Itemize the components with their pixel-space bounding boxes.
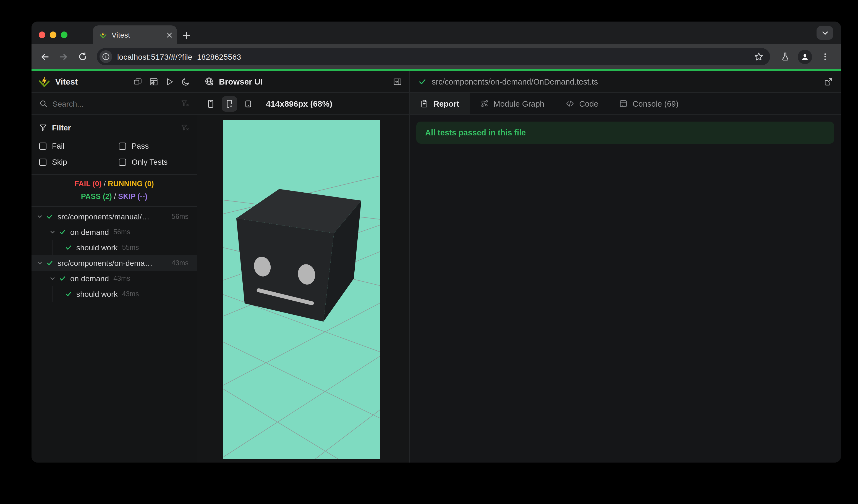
site-info-icon[interactable]	[99, 50, 112, 63]
preview-title: Browser UI	[219, 77, 388, 86]
chevron-down-icon[interactable]	[37, 214, 43, 220]
skip-count: SKIP (--)	[118, 192, 147, 200]
running-count: RUNNING (0)	[108, 180, 154, 188]
skip-checkbox[interactable]	[39, 158, 46, 165]
report-content: All tests passed in this file	[410, 115, 841, 462]
new-tab-button[interactable]	[182, 32, 191, 40]
viewport-size-label: 414x896px (68%)	[266, 99, 332, 108]
test-case-row[interactable]: should work 43ms	[32, 286, 197, 302]
pass-check-icon	[65, 244, 72, 251]
clipboard-icon	[420, 99, 428, 108]
module-graph-icon	[480, 99, 489, 108]
pass-checkbox[interactable]	[119, 142, 126, 149]
report-tabs: Report Module Graph Code	[410, 93, 841, 115]
report-panel: src/components/on-demand/OnDemand.test.t…	[410, 71, 841, 462]
profile-avatar[interactable]	[797, 48, 813, 65]
run-all-icon[interactable]	[165, 77, 174, 86]
summary-line-2: PASS (2) / SKIP (--)	[32, 190, 197, 203]
url-text: localhost:5173/#/?file=1828625563	[117, 52, 749, 61]
minimize-window-button[interactable]	[50, 32, 57, 38]
forward-button[interactable]	[56, 49, 71, 64]
device-phone-add-icon[interactable]	[222, 96, 237, 111]
duration-badge: 43ms	[172, 259, 197, 267]
test-summary: FAIL (0) / RUNNING (0) PASS (2) / SKIP (…	[32, 175, 197, 207]
code-icon	[565, 99, 574, 108]
chevron-down-icon[interactable]	[37, 260, 43, 266]
pass-count: PASS (2)	[81, 192, 112, 200]
experiments-flask-icon[interactable]	[777, 48, 793, 65]
preview-area	[197, 115, 409, 462]
open-external-icon[interactable]	[824, 77, 832, 86]
device-phone-icon[interactable]	[203, 96, 218, 111]
filter-funnel-icon	[39, 124, 47, 131]
browser-tab[interactable]: Vitest	[93, 26, 177, 44]
only-tests-checkbox[interactable]	[119, 158, 126, 165]
test-tree: src/components/manual/… 56ms on demand 5…	[32, 207, 197, 302]
test-file-row[interactable]: src/components/manual/… 56ms	[32, 209, 197, 224]
duration-badge: 56ms	[113, 228, 130, 236]
search-icon	[39, 99, 48, 108]
chevron-down-icon[interactable]	[50, 229, 55, 235]
tab-close-icon[interactable]	[166, 32, 173, 38]
vitest-favicon-icon	[99, 31, 107, 39]
filter-option-fail[interactable]: Fail	[39, 142, 119, 150]
bookmark-star-icon[interactable]	[754, 52, 763, 61]
test-file-row-selected[interactable]: src/components/on-dema… 43ms	[32, 255, 197, 271]
collapse-windows-icon[interactable]	[133, 77, 142, 86]
duration-badge: 43ms	[122, 290, 139, 298]
filter-panel: Filter Fail Pass Skip Only Tests	[32, 115, 197, 175]
dark-mode-moon-icon[interactable]	[181, 77, 190, 86]
fail-count: FAIL (0)	[74, 180, 102, 188]
tab-console[interactable]: Console (69)	[609, 93, 689, 114]
clear-search-filter-icon[interactable]	[181, 99, 189, 108]
globe-icon	[205, 77, 214, 86]
filter-option-skip[interactable]: Skip	[39, 158, 119, 166]
tab-report[interactable]: Report	[410, 93, 470, 114]
browser-window: Vitest localhost:5173/#/?file=1828625563	[32, 21, 841, 462]
dashboard-icon[interactable]	[149, 77, 158, 86]
device-tablet-icon[interactable]	[240, 96, 256, 111]
app-title: Vitest	[55, 77, 128, 86]
test-file-path: src/components/on-demand/OnDemand.test.t…	[432, 77, 818, 86]
tab-search-button[interactable]	[816, 26, 833, 40]
test-case-row[interactable]: should work 55ms	[32, 240, 197, 255]
screenshot-canvas: Vitest localhost:5173/#/?file=1828625563	[0, 0, 858, 504]
tab-strip: Vitest	[32, 21, 841, 44]
clear-status-filter-icon[interactable]	[181, 124, 189, 132]
tab-code[interactable]: Code	[555, 93, 609, 114]
search-input[interactable]: Search...	[52, 99, 176, 108]
duration-badge: 56ms	[172, 213, 197, 221]
summary-line-1: FAIL (0) / RUNNING (0)	[32, 177, 197, 190]
filter-title: Filter	[52, 123, 176, 132]
chevron-down-icon[interactable]	[50, 276, 55, 281]
close-window-button[interactable]	[39, 32, 45, 38]
browser-preview-panel: Browser UI 414x896px (68%)	[197, 71, 410, 462]
pass-check-icon	[46, 213, 53, 220]
all-tests-passed-banner: All tests passed in this file	[416, 121, 834, 144]
traffic-lights	[39, 32, 67, 38]
console-icon	[619, 99, 628, 108]
pass-check-icon	[65, 291, 72, 297]
vitest-logo-icon	[38, 76, 50, 87]
tab-module-graph[interactable]: Module Graph	[470, 93, 555, 114]
test-suite-row[interactable]: on demand 43ms	[32, 271, 197, 286]
zoom-window-button[interactable]	[61, 32, 67, 38]
back-button[interactable]	[37, 49, 52, 64]
file-pass-check-icon	[418, 78, 426, 85]
dock-panel-icon[interactable]	[393, 77, 402, 86]
duration-badge: 55ms	[122, 244, 139, 251]
pass-check-icon	[59, 275, 66, 282]
pass-check-icon	[59, 229, 66, 235]
browser-menu-icon[interactable]	[816, 48, 833, 65]
filter-option-only-tests[interactable]: Only Tests	[119, 158, 197, 166]
reload-button[interactable]	[75, 49, 90, 64]
duration-badge: 43ms	[113, 275, 130, 282]
sidebar: Vitest	[32, 71, 197, 462]
filter-option-pass[interactable]: Pass	[119, 142, 197, 150]
tab-title: Vitest	[112, 31, 162, 39]
address-bar[interactable]: localhost:5173/#/?file=1828625563	[97, 48, 770, 65]
test-suite-row[interactable]: on demand 56ms	[32, 224, 197, 240]
pass-check-icon	[46, 260, 53, 266]
preview-scene[interactable]	[223, 120, 380, 459]
fail-checkbox[interactable]	[39, 142, 46, 149]
